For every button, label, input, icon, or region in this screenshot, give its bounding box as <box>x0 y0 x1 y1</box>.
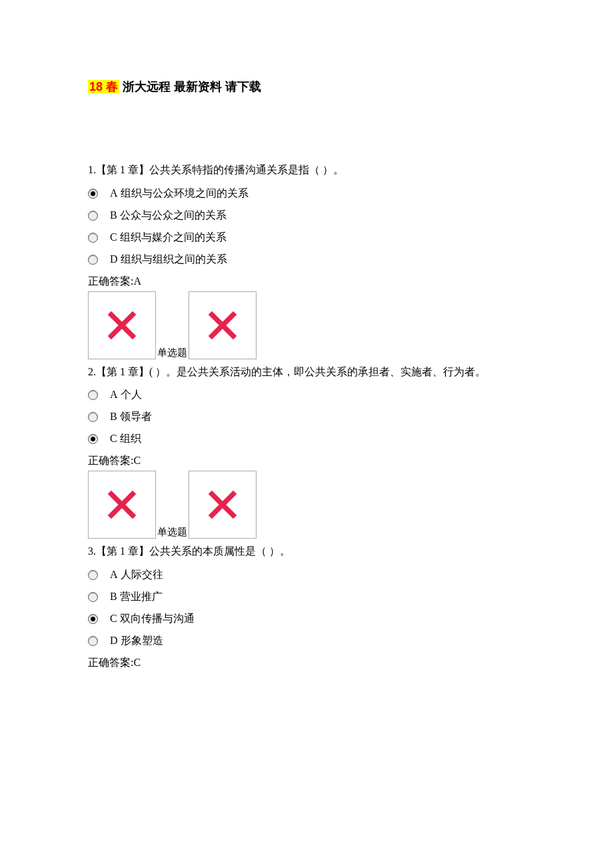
option-label: A 个人 <box>110 388 142 402</box>
option-row-b[interactable]: B 公众与公众之间的关系 <box>88 209 525 223</box>
option-label: B 公众与公众之间的关系 <box>110 209 227 223</box>
radio-icon[interactable] <box>88 233 98 243</box>
option-label: B 领导者 <box>110 410 152 424</box>
title-rest: 浙大远程 最新资料 请下载 <box>119 80 261 93</box>
option-label: C 双向传播与沟通 <box>110 612 195 626</box>
question-block: 3.【第 1 章】公共关系的本质属性是（ ）。 A 人际交往 B 营业推广 C … <box>88 543 525 670</box>
correct-answer: 正确答案:C <box>88 656 525 670</box>
question-block: 1.【第 1 章】公共关系特指的传播沟通关系是指（ ）。 A 组织与公众环境之间… <box>88 161 525 359</box>
broken-image-icon <box>88 471 156 539</box>
option-label: D 组织与组织之间的关系 <box>110 253 227 267</box>
radio-icon[interactable] <box>88 434 98 444</box>
page-title: 18 春 浙大远程 最新资料 请下载 <box>88 79 525 95</box>
broken-image-icon <box>189 471 257 539</box>
option-row-d[interactable]: D 形象塑造 <box>88 634 525 648</box>
option-row-c[interactable]: C 组织 <box>88 432 525 446</box>
radio-icon[interactable] <box>88 570 98 580</box>
question-stem: 3.【第 1 章】公共关系的本质属性是（ ）。 <box>88 543 525 560</box>
broken-image-icon <box>88 291 156 359</box>
option-row-c[interactable]: C 组织与媒介之间的关系 <box>88 231 525 245</box>
question-stem: 1.【第 1 章】公共关系特指的传播沟通关系是指（ ）。 <box>88 161 525 179</box>
question-text: 【第 1 章】公共关系特指的传播沟通关系是指（ ）。 <box>96 164 344 175</box>
radio-icon[interactable] <box>88 412 98 422</box>
question-type-label: 单选题 <box>157 526 187 539</box>
question-text: 【第 1 章】公共关系的本质属性是（ ）。 <box>96 545 291 557</box>
document-page: 18 春 浙大远程 最新资料 请下载 1.【第 1 章】公共关系特指的传播沟通关… <box>0 0 613 697</box>
option-label: C 组织与媒介之间的关系 <box>110 231 227 245</box>
question-type-label: 单选题 <box>157 347 187 359</box>
question-number: 3. <box>88 545 96 557</box>
broken-image-icon <box>189 291 257 359</box>
correct-answer: 正确答案:A <box>88 275 525 289</box>
radio-icon[interactable] <box>88 614 98 624</box>
option-label: D 形象塑造 <box>110 634 163 648</box>
option-row-a[interactable]: A 个人 <box>88 388 525 402</box>
radio-icon[interactable] <box>88 636 98 646</box>
question-number: 2. <box>88 366 96 377</box>
title-highlight: 18 春 <box>88 80 119 93</box>
option-row-a[interactable]: A 组织与公众环境之间的关系 <box>88 187 525 201</box>
option-row-b[interactable]: B 营业推广 <box>88 590 525 604</box>
radio-icon[interactable] <box>88 189 98 199</box>
radio-icon[interactable] <box>88 211 98 221</box>
option-label: A 组织与公众环境之间的关系 <box>110 187 249 201</box>
option-row-a[interactable]: A 人际交往 <box>88 568 525 582</box>
option-row-d[interactable]: D 组织与组织之间的关系 <box>88 253 525 267</box>
radio-icon[interactable] <box>88 390 98 400</box>
radio-icon[interactable] <box>88 592 98 602</box>
question-number: 1. <box>88 164 96 175</box>
question-text: 【第 1 章】( ）。是公共关系活动的主体，即公共关系的承担者、实施者、行为者。 <box>96 366 486 377</box>
question-block: 2.【第 1 章】( ）。是公共关系活动的主体，即公共关系的承担者、实施者、行为… <box>88 363 525 539</box>
question-stem: 2.【第 1 章】( ）。是公共关系活动的主体，即公共关系的承担者、实施者、行为… <box>88 363 525 381</box>
option-label: A 人际交往 <box>110 568 163 582</box>
option-label: C 组织 <box>110 432 141 446</box>
placeholder-row: 单选题 <box>88 471 525 539</box>
placeholder-row: 单选题 <box>88 291 525 359</box>
correct-answer: 正确答案:C <box>88 454 525 468</box>
option-label: B 营业推广 <box>110 590 163 604</box>
radio-icon[interactable] <box>88 255 98 265</box>
option-row-c[interactable]: C 双向传播与沟通 <box>88 612 525 626</box>
option-row-b[interactable]: B 领导者 <box>88 410 525 424</box>
